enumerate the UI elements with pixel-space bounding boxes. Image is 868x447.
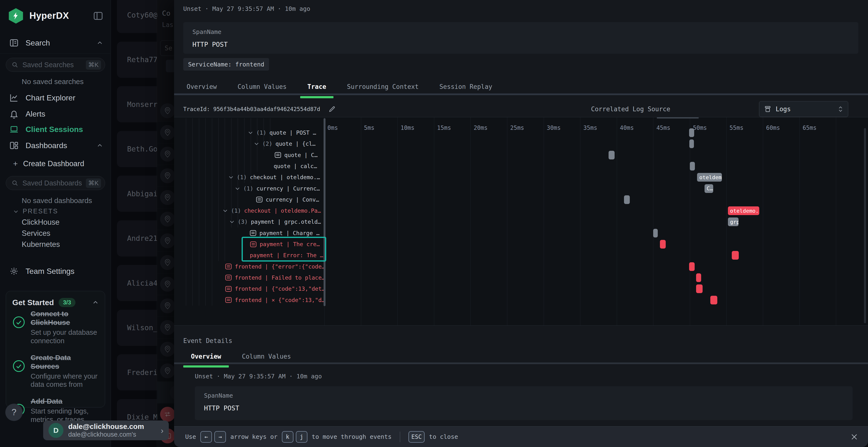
preset-item-services[interactable]: Services [22,229,51,238]
tab-surrounding-context[interactable]: Surrounding Context [347,83,418,90]
span-duration-bar[interactable] [710,296,717,304]
event-details-meta-line: Unset · May 27 9:35:57 AM · 10m ago [195,373,322,380]
sidebar: HyperDX SearchChart ExplorerAlertsClient… [0,0,111,447]
trace-tree-row[interactable]: payment | Error: The … [250,250,323,261]
saved-searches-search[interactable]: ⌘K [6,58,105,72]
trace-tree-row[interactable]: quote | calc… [274,161,317,172]
span-duration-bar[interactable] [653,229,657,238]
chart-line-icon [9,93,19,103]
span-name-value: HTTP POST [192,41,849,48]
trace-id-row: TraceId: 956f3b4a44b03aa4daf946242554d87… [183,101,858,117]
chevron-up-icon[interactable] [92,299,99,306]
trace-tree-row[interactable]: (1)checkout | oteldemo.… [228,172,320,183]
footer-divider [400,432,400,442]
get-started-item[interactable]: Connect to ClickHouseSet up your databas… [12,309,99,345]
edit-pencil-icon[interactable] [329,105,336,113]
span-duration-bar[interactable]: oteldemo… [697,173,722,182]
span-duration-bar[interactable]: oteldemo. [728,206,759,215]
trace-row-label: frontend | Failed to place… [235,275,325,281]
service-name-tag[interactable]: ServiceName: frontend [183,58,269,71]
axis-tick-label: 25ms [510,125,524,131]
event-meta-line: Unset · May 27 9:35:57 AM · 10m ago [183,5,310,12]
saved-dashboards-input[interactable] [22,179,83,187]
span-duration-bar[interactable]: grpc… [728,217,739,226]
tree-scrollbar[interactable] [323,118,326,306]
trace-tree-row[interactable]: (1)quote | POST … [248,127,316,138]
span-duration-bar[interactable] [696,284,703,293]
timeline-horizontal-scrollbar[interactable] [657,117,699,118]
log-doc-icon [250,241,256,247]
check-circle-icon [12,359,25,373]
trace-tree-row[interactable]: quote | C… [275,149,317,161]
laptop-icon [9,124,19,135]
tab-session-replay[interactable]: Session Replay [439,83,492,90]
tab-trace[interactable]: Trace [307,83,326,90]
gridline [434,117,434,325]
span-duration-bar[interactable] [609,151,614,160]
database-icon [764,105,771,113]
get-started-item-title: Connect to ClickHouse [31,309,99,327]
nav-key: k [282,431,293,443]
panel-footer: Use ←→ arrow keys or kj to move through … [174,426,868,447]
span-duration-bar[interactable] [732,251,739,260]
create-dashboard-button[interactable]: + Create Dashboard [13,159,84,168]
trace-tree-row[interactable]: frontend | {"error":{"code… [225,261,325,272]
trace-tree-row[interactable]: frontend | {"code":13,"det… [225,283,325,294]
sidebar-item-team-settings[interactable]: Team Settings [0,265,111,278]
tab-column-values[interactable]: Column Values [238,83,287,90]
span-duration-bar[interactable] [696,273,701,282]
log-source-value: Logs [776,105,834,113]
indent-guide [212,118,212,306]
span-duration-bar[interactable] [624,195,630,204]
arrow-key-hints: ←→ [200,431,226,443]
trace-tree-row[interactable]: (1)checkout | oteldemo.Pa… [222,205,321,216]
trace-tree-row[interactable]: frontend | × {"code":13,"d… [225,295,325,306]
trace-tree-row[interactable]: payment | Charge … [250,228,319,239]
trace-waterfall-panel: 0ms5ms10ms15ms20ms25ms30ms35ms40ms45ms50… [174,117,868,325]
help-button[interactable]: ? [5,404,23,421]
trace-tree-row[interactable]: (2)quote | {cl… [254,138,316,149]
chevron-down-icon [222,208,228,213]
preset-item-clickhouse[interactable]: ClickHouse [22,218,60,227]
get-started-item[interactable]: Add DataStart sending logs, metrics, or … [12,397,99,424]
sidebar-item-chart-explorer[interactable]: Chart Explorer [0,91,111,105]
presets-toggle[interactable]: PRESETS [13,208,58,215]
log-doc-icon [225,286,232,292]
panel-scrollbar[interactable] [864,128,866,323]
gear-icon [9,266,19,276]
trace-tree-row[interactable]: frontend | Failed to place… [225,272,325,283]
span-count: (1) [256,130,267,136]
saved-dashboards-search[interactable]: ⌘K [6,176,105,190]
sidebar-collapse-icon[interactable] [93,10,103,21]
saved-searches-input[interactable] [22,61,83,69]
event-details-tab-column-values[interactable]: Column Values [242,353,291,360]
panel-tabs: OverviewColumn ValuesTraceSurrounding Co… [187,79,492,94]
axis-tick-label: 60ms [766,125,780,131]
sidebar-item-dashboards[interactable]: Dashboards [0,139,111,152]
log-source-select[interactable]: Logs [759,101,848,117]
tab-overview[interactable]: Overview [187,83,217,90]
sidebar-item-search[interactable]: Search [0,36,111,49]
span-duration-bar[interactable]: C… [705,184,713,193]
span-duration-bar[interactable] [689,128,694,137]
close-icon[interactable] [850,433,858,441]
preset-item-kubernetes[interactable]: Kubernetes [22,240,60,249]
plus-icon: + [13,159,18,168]
trace-tree-row[interactable]: (1)currency | Currenc… [235,183,320,194]
indent-guide [192,118,193,306]
span-duration-bar[interactable] [660,240,666,248]
event-details-tab-overview[interactable]: Overview [191,353,221,360]
sidebar-item-client-sessions[interactable]: Client Sessions [0,123,111,136]
trace-id-text: TraceId: 956f3b4a44b03aa4daf946242554d87… [183,106,320,112]
get-started-item[interactable]: Create Data SourcesConfigure where your … [12,353,99,389]
no-saved-searches-text: No saved searches [22,77,84,86]
span-duration-bar[interactable] [690,162,695,171]
span-duration-bar[interactable] [689,139,694,148]
trace-tree-row[interactable]: (3)payment | grpc.oteld… [229,216,321,227]
trace-tree-row[interactable]: currency | Conv… [256,194,319,205]
span-duration-bar[interactable] [689,262,695,271]
span-name-label: SpanName [192,28,849,35]
trace-tree-row[interactable]: payment | The cre… [250,239,320,250]
sidebar-item-alerts[interactable]: Alerts [0,107,111,121]
user-menu[interactable]: D dale@clickhouse.com dale@clickhouse.co… [43,420,169,440]
